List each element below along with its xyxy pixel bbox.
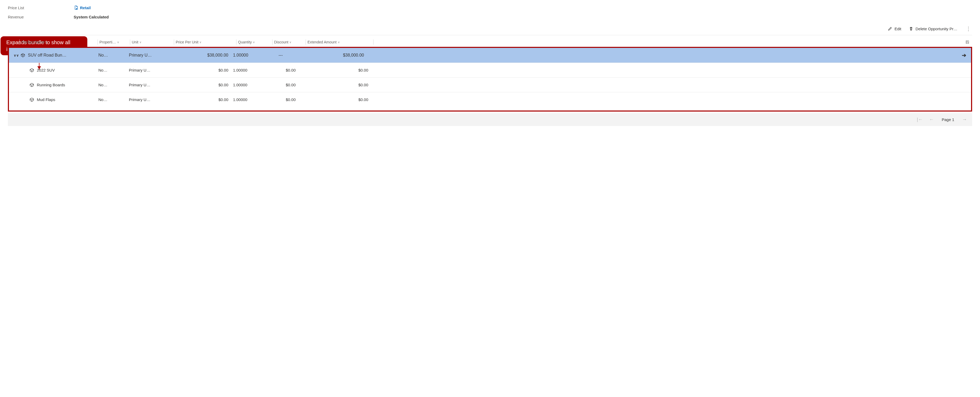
trash-icon	[909, 26, 913, 31]
revenue-label: Revenue	[8, 15, 74, 19]
product-name: 2022 SUV	[37, 68, 55, 72]
chevron-down-icon: ∨	[253, 40, 255, 44]
chevron-down-icon: ∨	[13, 40, 15, 44]
product-extended: $0.00	[301, 83, 373, 87]
product-quantity: 1.00000	[233, 83, 270, 87]
product-row[interactable]: Mud Flaps No… Primary U… $0.00 1.00000 $…	[9, 92, 971, 107]
edit-button[interactable]: Edit	[888, 26, 901, 31]
product-properties: No…	[99, 83, 129, 87]
product-quantity: 1.00000	[233, 97, 270, 102]
chevron-down-icon: ∨	[199, 40, 202, 44]
grid-toolbar: Edit Delete Opportunity Pr… ⋮	[8, 24, 972, 35]
chevron-down-icon: ∨	[289, 40, 291, 44]
product-discount: $0.00	[270, 83, 301, 87]
page-indicator: Page 1	[942, 117, 954, 122]
bundle-row[interactable]: ∨∨ SUV off Road Bun… No… Primary U… $38,…	[9, 48, 971, 63]
product-name: Running Boards	[37, 83, 65, 87]
product-price: $0.00	[173, 97, 233, 102]
product-price: $0.00	[173, 83, 233, 87]
svg-rect-3	[967, 42, 969, 44]
price-list-value: Retail	[80, 6, 91, 10]
grid-footer: |← ← Page 1 →	[8, 113, 972, 126]
product-icon	[29, 68, 34, 73]
products-grid: ∨ Product Name ∨ Properti… ∨ Unit ∨ Pric…	[8, 38, 972, 126]
product-price: $0.00	[173, 68, 233, 72]
product-discount: $0.00	[270, 97, 301, 102]
svg-rect-2	[967, 41, 968, 41]
chevron-down-icon: ∨	[117, 40, 119, 44]
revenue-value: System Calculated	[74, 15, 109, 19]
column-edit-columns[interactable]	[375, 40, 972, 44]
more-commands-button[interactable]: ⋮	[965, 26, 972, 32]
column-product-name[interactable]: Product Name ∨	[21, 40, 97, 44]
product-row[interactable]: 2022 SUV No… Primary U… $0.00 1.00000 $0…	[9, 63, 971, 77]
svg-point-0	[76, 8, 77, 10]
field-revenue: Revenue System Calculated	[8, 15, 972, 19]
bundle-quantity: 1.00000	[233, 53, 267, 57]
column-select-all[interactable]: ∨	[8, 40, 19, 44]
pricelist-file-icon	[74, 5, 78, 10]
product-name: Mud Flaps	[37, 97, 55, 102]
product-extended: $0.00	[301, 97, 373, 102]
price-list-label: Price List	[8, 6, 74, 10]
first-page-button[interactable]: |←	[917, 117, 923, 122]
bundle-name: SUV off Road Bun…	[28, 53, 66, 57]
product-properties: No…	[99, 68, 129, 72]
bundle-extended: $38,000.00	[299, 53, 369, 57]
chevron-down-icon: ∨	[139, 40, 142, 44]
prev-page-button[interactable]: ←	[929, 117, 934, 122]
delete-button[interactable]: Delete Opportunity Pr…	[909, 26, 958, 31]
column-extended-amount[interactable]: Extended Amount ∨	[307, 40, 373, 44]
column-properties[interactable]: Properti… ∨	[99, 40, 130, 44]
column-discount[interactable]: Discount ∨	[274, 40, 305, 44]
product-properties: No…	[99, 97, 129, 102]
grid-header-row: ∨ Product Name ∨ Properti… ∨ Unit ∨ Pric…	[8, 38, 972, 47]
open-record-arrow-icon[interactable]: ➔	[962, 52, 971, 58]
column-price-per-unit[interactable]: Price Per Unit ∨	[176, 40, 236, 44]
pencil-icon	[888, 26, 892, 31]
product-icon	[29, 83, 34, 87]
product-unit: Primary U…	[129, 83, 173, 87]
column-unit[interactable]: Unit ∨	[132, 40, 174, 44]
product-quantity: 1.00000	[233, 68, 270, 72]
chevron-down-icon: ∨	[46, 40, 48, 44]
field-price-list: Price List Retail	[8, 5, 972, 10]
product-row[interactable]: Running Boards No… Primary U… $0.00 1.00…	[9, 77, 971, 92]
product-icon	[29, 97, 34, 102]
product-extended: $0.00	[301, 68, 373, 72]
column-quantity[interactable]: Quantity ∨	[238, 40, 272, 44]
product-unit: Primary U…	[129, 68, 173, 72]
bundle-price: $38,000.00	[173, 53, 233, 57]
product-unit: Primary U…	[129, 97, 173, 102]
price-list-link[interactable]: Retail	[74, 5, 91, 10]
next-page-button[interactable]: →	[962, 117, 967, 122]
bundle-unit: Primary U…	[129, 53, 173, 57]
chevron-down-icon: ∨	[338, 40, 340, 44]
product-discount: $0.00	[270, 68, 301, 72]
bundle-properties: No…	[99, 53, 129, 57]
save-layout-icon	[965, 40, 969, 44]
bundle-icon	[21, 53, 25, 57]
bundle-discount: ---	[267, 53, 299, 57]
expand-bundle-toggle[interactable]: ∨∨	[14, 53, 19, 57]
grid-body: ∨∨ SUV off Road Bun… No… Primary U… $38,…	[8, 47, 972, 112]
